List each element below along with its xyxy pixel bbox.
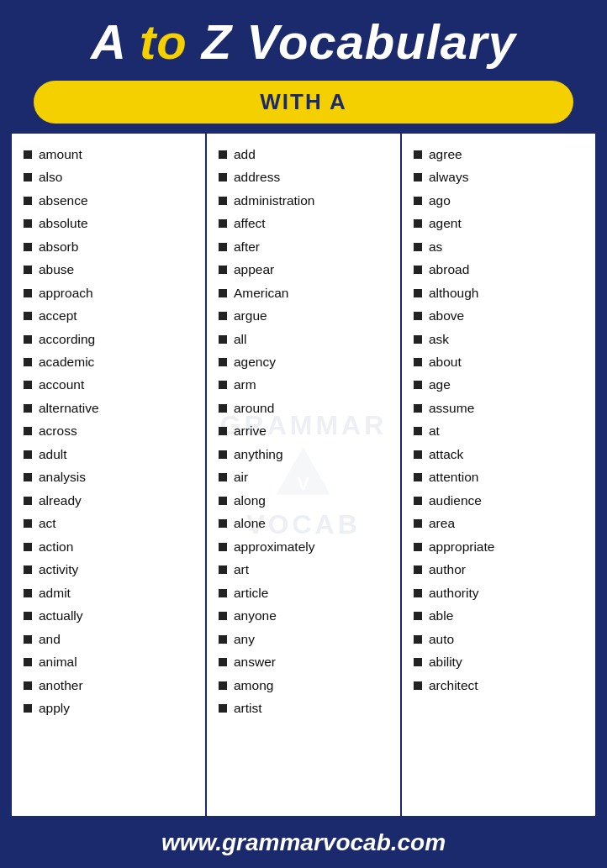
list-item: account [24,376,197,394]
word-text: answer [234,653,276,671]
word-text: art [234,560,249,579]
bullet-icon [414,312,422,320]
list-item: air [219,468,392,487]
list-item: agency [219,353,392,371]
word-text: administration [234,192,315,210]
bullet-icon [414,427,422,435]
list-item: among [219,676,392,695]
list-item: amount [24,145,197,164]
bullet-icon [414,566,422,574]
word-text: ask [429,330,449,349]
list-item: as [414,238,587,256]
bullet-icon [24,450,32,459]
list-item: admit [24,584,197,602]
list-item: alone [219,514,392,533]
bullet-icon [219,197,227,205]
list-item: author [414,560,587,579]
word-text: arm [234,376,256,394]
word-text: appear [234,260,274,279]
word-text: animal [39,653,77,671]
word-text: absorb [39,238,78,256]
word-text: artist [234,699,262,718]
bullet-icon [219,658,227,666]
bullet-icon [414,381,422,389]
list-item: address [219,168,392,187]
bullet-icon [414,543,422,551]
list-item: at [414,422,587,440]
word-text: authority [429,584,478,602]
list-item: about [414,353,587,371]
bullet-icon [24,243,32,251]
word-text: across [39,422,77,440]
bullet-icon [24,473,32,481]
list-item: area [414,514,587,533]
list-item: attention [414,468,587,487]
word-text: assume [429,399,474,418]
word-text: action [39,538,73,556]
word-text: always [429,168,468,187]
bullet-icon [24,404,32,413]
bullet-icon [24,289,32,297]
list-item: arrive [219,422,392,440]
word-text: approximately [234,538,315,556]
word-text: address [234,168,280,187]
word-text: auto [429,630,454,649]
bullet-icon [414,497,422,505]
list-item: appropriate [414,538,587,556]
word-text: alone [234,514,266,533]
list-item: absorb [24,238,197,256]
list-item: architect [414,676,587,695]
bullet-icon [24,589,32,597]
word-text: act [39,514,56,533]
word-text: already [39,492,82,510]
word-text: affect [234,214,266,233]
list-item: according [24,330,197,349]
bullet-icon [414,589,422,597]
bullet-icon [24,150,32,159]
bullet-icon [414,289,422,297]
bullet-icon [414,519,422,528]
list-item: abroad [414,260,587,279]
list-item: ago [414,192,587,210]
word-text: attention [429,468,478,487]
word-text: approach [39,284,93,302]
list-item: audience [414,492,587,510]
list-item: adult [24,445,197,464]
word-text: as [429,238,442,256]
bullet-icon [219,404,227,413]
word-text: account [39,376,84,394]
list-item: anyone [219,607,392,625]
list-item: affect [219,214,392,233]
header: A to Z Vocabulary [0,0,607,81]
list-item: after [219,238,392,256]
word-text: and [39,630,61,649]
bullet-icon [219,173,227,181]
word-text: article [234,584,268,602]
bullet-icon [414,358,422,366]
bullet-icon [414,635,422,644]
list-item: apply [24,699,197,718]
bullet-icon [414,681,422,690]
word-text: ability [429,653,462,671]
bullet-icon [414,219,422,228]
column-1: amountalsoabsenceabsoluteabsorbabuseappr… [12,134,207,816]
title-z-vocab: Z Vocabulary [202,14,516,69]
bullet-icon [219,335,227,344]
title-to: to [140,14,187,69]
bullet-icon [414,197,422,205]
bullet-icon [24,381,32,389]
subtitle-bar: WITH A [34,81,573,124]
list-item: alternative [24,399,197,418]
bullet-icon [414,658,422,666]
list-item: along [219,492,392,510]
list-item: American [219,284,392,302]
word-text: add [234,145,256,164]
list-item: auto [414,630,587,649]
word-text: agency [234,353,276,371]
bullet-icon [414,473,422,481]
main-title: A to Z Vocabulary [17,15,590,69]
list-item: above [414,307,587,325]
list-item: another [24,676,197,695]
word-text: air [234,468,248,487]
word-text: after [234,238,260,256]
